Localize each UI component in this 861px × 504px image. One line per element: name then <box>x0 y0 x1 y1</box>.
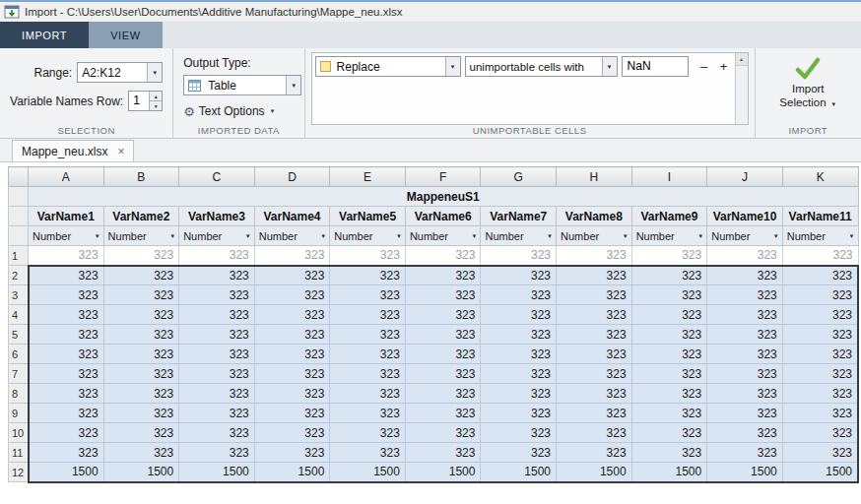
grid-cell[interactable]: 323 <box>179 305 255 325</box>
remove-rule-button[interactable]: – <box>696 58 712 76</box>
grid-cell[interactable]: 323 <box>254 305 330 325</box>
grid-cell[interactable]: 323 <box>179 364 255 384</box>
grid-cell[interactable]: 323 <box>782 325 858 345</box>
grid-cell[interactable]: 323 <box>29 384 104 404</box>
type-dropdown[interactable]: Number▼ <box>103 226 179 246</box>
grid-cell[interactable]: 323 <box>254 345 330 364</box>
column-header-E[interactable]: E <box>330 167 406 187</box>
spinner-down-icon[interactable]: ▼ <box>150 100 162 110</box>
varname-cell[interactable]: VarName4 <box>254 207 330 226</box>
varname-cell[interactable]: VarName6 <box>405 207 481 226</box>
tab-view[interactable]: VIEW <box>89 22 163 48</box>
grid-cell[interactable]: 323 <box>782 246 858 266</box>
grid-cell[interactable]: 323 <box>631 325 707 345</box>
grid-cell[interactable]: 323 <box>103 364 179 384</box>
grid-cell[interactable]: 323 <box>254 423 330 443</box>
document-tab-mappe-neu[interactable]: Mappe_neu.xlsx × <box>12 140 134 161</box>
grid-cell[interactable]: 323 <box>103 266 179 285</box>
grid-cell[interactable]: 323 <box>405 364 481 384</box>
row-header[interactable]: 9 <box>9 404 29 423</box>
grid-cell[interactable]: 323 <box>782 364 858 384</box>
rules-scrollbar[interactable]: ▲ <box>735 53 748 124</box>
grid-cell[interactable]: 323 <box>707 423 783 443</box>
grid-cell[interactable]: 323 <box>782 266 858 285</box>
grid-cell[interactable]: 323 <box>557 345 632 364</box>
grid-cell[interactable]: 323 <box>254 404 330 423</box>
grid-cell[interactable]: 323 <box>405 404 481 423</box>
grid-cell[interactable]: 323 <box>707 404 783 423</box>
grid-cell[interactable]: 323 <box>103 285 179 305</box>
grid-cell[interactable]: 323 <box>29 266 104 285</box>
grid-cell[interactable]: 1500 <box>782 463 858 482</box>
grid-cell[interactable]: 1500 <box>103 463 179 482</box>
grid-cell[interactable]: 323 <box>29 345 104 364</box>
column-header-J[interactable]: J <box>707 167 783 187</box>
grid-cell[interactable]: 323 <box>330 246 406 266</box>
grid-cell[interactable]: 323 <box>254 246 330 266</box>
grid-cell[interactable]: 323 <box>557 305 632 325</box>
text-options-button[interactable]: ⚙ Text Options ▼ <box>183 104 303 118</box>
type-dropdown[interactable]: Number▼ <box>481 226 557 246</box>
chevron-down-icon[interactable]: ▼ <box>147 63 162 82</box>
type-dropdown[interactable]: Number▼ <box>782 226 858 246</box>
grid-cell[interactable]: 323 <box>179 246 255 266</box>
type-dropdown[interactable]: Number▼ <box>707 226 783 246</box>
grid-cell[interactable]: 323 <box>707 384 783 404</box>
type-dropdown[interactable]: Number▼ <box>254 226 330 246</box>
replace-dropdown[interactable]: Replace ▼ <box>315 56 461 77</box>
row-header[interactable]: 10 <box>9 423 29 443</box>
grid-cell[interactable]: 323 <box>481 384 557 404</box>
varname-cell[interactable]: VarName2 <box>103 207 179 226</box>
grid-cell[interactable]: 323 <box>330 364 406 384</box>
grid-cell[interactable]: 323 <box>631 246 707 266</box>
grid-cell[interactable]: 323 <box>707 305 783 325</box>
row-header[interactable]: 5 <box>9 325 29 345</box>
grid-cell[interactable]: 323 <box>707 285 783 305</box>
grid-cell[interactable]: 323 <box>481 305 557 325</box>
grid-cell[interactable]: 323 <box>179 443 255 463</box>
varname-cell[interactable]: VarName9 <box>631 207 707 226</box>
type-dropdown[interactable]: Number▼ <box>179 226 255 246</box>
grid-cell[interactable]: 323 <box>707 443 783 463</box>
grid-cell[interactable]: 323 <box>179 345 255 364</box>
grid-cell[interactable]: 323 <box>254 364 330 384</box>
row-header[interactable]: 3 <box>9 285 29 305</box>
grid-cell[interactable]: 323 <box>29 285 104 305</box>
grid-cell[interactable]: 323 <box>707 325 783 345</box>
grid-cell[interactable]: 323 <box>330 404 406 423</box>
grid-cell[interactable]: 323 <box>103 404 179 423</box>
grid-cell[interactable]: 323 <box>254 384 330 404</box>
row-header[interactable]: 2 <box>9 266 29 285</box>
grid-cell[interactable]: 323 <box>707 266 783 285</box>
grid-cell[interactable]: 323 <box>179 423 255 443</box>
grid-cell[interactable]: 323 <box>405 345 481 364</box>
row-header[interactable]: 12 <box>9 463 29 482</box>
grid-cell[interactable]: 323 <box>782 443 858 463</box>
row-header[interactable]: 11 <box>9 443 29 463</box>
grid-cell[interactable]: 323 <box>330 384 406 404</box>
grid-cell[interactable]: 323 <box>631 285 707 305</box>
grid-cell[interactable]: 323 <box>782 305 858 325</box>
grid-cell[interactable]: 323 <box>103 345 179 364</box>
grid-cell[interactable]: 323 <box>103 325 179 345</box>
grid-cell[interactable]: 1500 <box>481 463 557 482</box>
grid-cell[interactable]: 323 <box>179 384 255 404</box>
varname-cell[interactable]: VarName3 <box>179 207 255 226</box>
grid-cell[interactable]: 323 <box>29 443 104 463</box>
grid-cell[interactable]: 323 <box>254 266 330 285</box>
type-dropdown[interactable]: Number▼ <box>405 226 481 246</box>
grid-cell[interactable]: 323 <box>481 285 557 305</box>
grid-cell[interactable]: 323 <box>631 266 707 285</box>
grid-cell[interactable]: 323 <box>29 364 104 384</box>
column-header-C[interactable]: C <box>179 167 255 187</box>
grid-cell[interactable]: 323 <box>103 246 179 266</box>
column-header-D[interactable]: D <box>254 167 330 187</box>
grid-cell[interactable]: 1500 <box>405 463 481 482</box>
grid-cell[interactable]: 323 <box>254 325 330 345</box>
grid-cell[interactable]: 323 <box>29 404 104 423</box>
grid-cell[interactable]: 323 <box>782 404 858 423</box>
grid-cell[interactable]: 323 <box>557 364 632 384</box>
column-header-G[interactable]: G <box>481 167 557 187</box>
chevron-down-icon[interactable]: ▼ <box>602 57 617 76</box>
grid-cell[interactable]: 323 <box>631 384 707 404</box>
